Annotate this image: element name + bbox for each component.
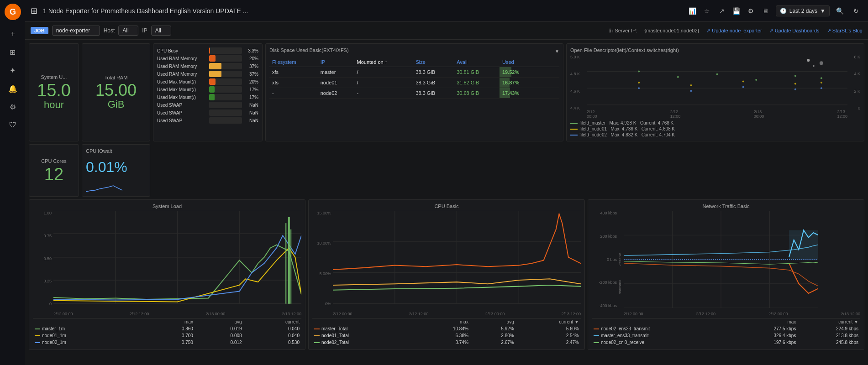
sl-col-name <box>33 318 146 326</box>
fd-y-right-2: 4 K <box>847 72 860 76</box>
system-load-title: System Load <box>33 203 301 209</box>
sl-max-2: 0.750 <box>146 339 195 346</box>
fd-panel-title: Open File Descriptor(left)/Context switc… <box>570 47 860 53</box>
total-ram-panel: Total RAM 15.00 GiB <box>82 43 150 141</box>
bar-val-7: NaN <box>244 103 258 108</box>
ip-select[interactable]: All <box>151 26 171 36</box>
chart-icon[interactable]: 📊 <box>686 5 699 17</box>
svg-point-8 <box>716 73 718 75</box>
net-legend-label-0: node02_ens33_transmit <box>592 325 736 332</box>
bar-row-9: Used SWAP NaN <box>157 117 258 124</box>
disk-col-5[interactable]: Used <box>500 57 559 67</box>
cpu-max-1: 6.38% <box>418 332 470 339</box>
transmit-label: /transmit <box>618 280 622 294</box>
net-legend-label-2: node02_cni0_receive <box>592 339 736 346</box>
host-select[interactable]: All <box>118 26 138 36</box>
svg-point-7 <box>677 76 679 78</box>
disk-col-3[interactable]: Size <box>413 57 454 67</box>
sidebar-icon-dashboard[interactable]: ⊞ <box>5 44 21 60</box>
cpu-basic-svg <box>333 211 581 304</box>
cpu-iowait-sparkline <box>86 179 122 193</box>
refresh-icon[interactable]: ↻ <box>850 5 863 17</box>
system-load-svg <box>53 211 301 304</box>
sidebar-icon-alerts[interactable]: 🔔 <box>5 80 21 97</box>
middle-row: CPU Cores 12 CPU IOwait 0.01% <box>29 144 864 197</box>
bar-label-0: CPU Busy <box>157 48 207 53</box>
system-uptime-title: System U... <box>41 74 67 80</box>
disk-dropdown-icon[interactable]: ▼ <box>555 49 559 54</box>
system-uptime-panel: System U... 15.0 hour <box>29 43 79 141</box>
update-exporter-link[interactable]: ↗ Update node_exporter <box>706 28 762 34</box>
cpu-current-0: 5.60% <box>516 325 581 332</box>
svg-point-15 <box>794 83 796 84</box>
cpu-avg-0: 5.92% <box>470 325 516 332</box>
disk-col-0[interactable]: Filesystem <box>269 57 318 67</box>
svg-point-16 <box>821 82 822 83</box>
svg-point-11 <box>821 77 822 79</box>
net-legend-label-1: master_ens33_transmit <box>592 332 736 339</box>
disk-ip-1: node01 <box>318 78 354 88</box>
sl-legend-row-2: node02_1m 0.750 0.012 0.530 <box>33 339 301 346</box>
ip-label: IP <box>142 27 147 34</box>
grid-icon: ⊞ <box>31 6 37 16</box>
cpu-legend-row-2: node02_Total 3.74% 2.67% 2.47% <box>312 339 581 346</box>
starsl-blog-link[interactable]: ↗ StarSL's Blog <box>827 28 863 34</box>
bar-val-3: 37% <box>244 72 258 77</box>
svg-point-18 <box>690 90 692 92</box>
network-svg <box>624 211 818 308</box>
svg-point-20 <box>794 89 796 90</box>
server-ip-value: {master,node01,node02} <box>644 28 699 33</box>
star-icon[interactable]: ☆ <box>701 5 714 17</box>
bar-val-1: 20% <box>244 56 258 61</box>
cpu-y-1: 15.00% <box>312 211 333 215</box>
cpu-cores-title: CPU Cores <box>41 158 67 164</box>
cpu-y-4: 0% <box>312 302 333 306</box>
net-max-0: 277.5 kbps <box>736 325 798 332</box>
cpu-legend-label-0: master_Total <box>312 325 418 332</box>
time-range-picker[interactable]: 🕐 Last 2 days ▼ <box>776 5 830 16</box>
bar-track-4 <box>209 78 242 85</box>
svg-point-12 <box>638 82 640 83</box>
bar-label-2: Used RAM Memory <box>157 64 207 69</box>
disk-used-0: 19.52% <box>500 67 559 78</box>
search-icon[interactable]: 🔍 <box>833 5 846 17</box>
job-select[interactable]: node-exporter <box>52 26 100 36</box>
net-col-max: max <box>736 318 798 326</box>
disk-col-4[interactable]: Avail <box>454 57 500 67</box>
net-y-3: 0 bps <box>592 257 617 262</box>
bar-fill-3 <box>209 71 221 77</box>
net-x-3: 2/13 00:00 <box>768 312 788 316</box>
share-icon[interactable]: ↗ <box>715 5 728 17</box>
bar-fill-6 <box>209 94 215 100</box>
svg-point-19 <box>742 86 744 88</box>
tv-icon[interactable]: 🖥 <box>759 5 772 17</box>
clock-icon: 🕐 <box>780 8 787 14</box>
settings-icon[interactable]: ⚙ <box>745 5 758 17</box>
cpu-x-1: 2/12 00:00 <box>333 312 352 316</box>
bar-row-7: Used SWAP NaN <box>157 102 258 108</box>
sidebar-icon-settings[interactable]: ⚙ <box>5 99 21 115</box>
y-1.00: 1.00 <box>33 211 53 215</box>
sl-col-avg: avg <box>195 318 244 326</box>
svg-point-22 <box>807 59 810 62</box>
save-icon[interactable]: 💾 <box>730 5 743 17</box>
fd-x-3: 2/1300:00 <box>754 110 764 119</box>
cpu-col-max: max <box>418 318 470 326</box>
bar-row-6: Used Max Mount(/) 17% <box>157 94 258 100</box>
svg-point-14 <box>742 81 744 83</box>
system-load-legend: max avg current master_1m 0.860 0.019 0.… <box>33 318 301 346</box>
sl-x-3: 2/13 00:00 <box>206 312 226 316</box>
disk-fs-0: xfs <box>269 67 318 78</box>
disk-col-1[interactable]: IP <box>318 57 354 67</box>
app-logo[interactable]: G <box>5 4 21 20</box>
net-legend-row-0: node02_ens33_transmit 277.5 kbps 224.9 k… <box>592 325 860 332</box>
update-dashboards-link[interactable]: ↗ Update Dashboards <box>769 28 820 34</box>
sidebar-icon-explore[interactable]: ✦ <box>5 62 21 78</box>
svg-point-10 <box>794 75 796 77</box>
disk-col-2[interactable]: Mounted on ↑ <box>354 57 413 67</box>
net-y-5: -400 kbps <box>592 303 617 308</box>
sidebar-icon-shield[interactable]: 🛡 <box>5 117 21 133</box>
filterbar: JOB node-exporter Host All IP All ℹ i Se… <box>25 22 868 40</box>
sidebar-icon-new[interactable]: ＋ <box>5 26 21 42</box>
bar-track-1 <box>209 55 242 62</box>
